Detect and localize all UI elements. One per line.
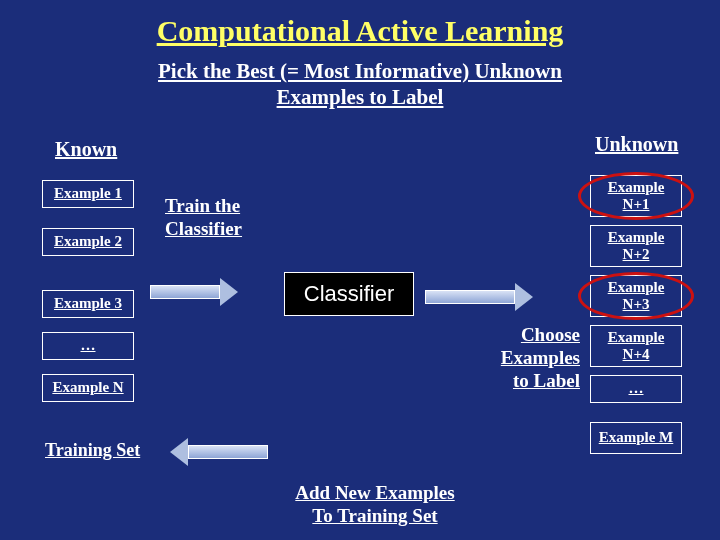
subtitle-line1: Pick the Best (= Most Informative) Unkno…	[158, 59, 562, 83]
unknown-example-n2: ExampleN+2	[590, 225, 682, 267]
known-example-3: Example 3	[42, 290, 134, 318]
known-dots: …	[42, 332, 134, 360]
train-line1: Train the	[165, 195, 240, 216]
add-examples-label: Add New Examples To Training Set	[275, 482, 475, 528]
add-line2: To Training Set	[312, 505, 437, 526]
classifier-box: Classifier	[284, 272, 414, 316]
arrow-choose	[425, 283, 533, 311]
subtitle-line2: Examples to Label	[277, 85, 444, 109]
arrow-train	[150, 278, 238, 306]
unknown-example-n1: ExampleN+1	[590, 175, 682, 217]
known-heading: Known	[55, 138, 117, 161]
unknown-heading: Unknown	[595, 133, 678, 156]
choose-line1: Choose	[521, 324, 580, 345]
unknown-n3-a: Example	[608, 279, 665, 295]
train-classifier-label: Train the Classifier	[165, 195, 242, 241]
known-example-2: Example 2	[42, 228, 134, 256]
choose-label: Choose Examples to Label	[480, 324, 580, 392]
unknown-n4-a: Example	[608, 329, 665, 345]
choose-line2: Examples	[501, 347, 580, 368]
slide-title: Computational Active Learning	[0, 0, 720, 48]
known-example-n: Example N	[42, 374, 134, 402]
unknown-n1-b: N+1	[623, 196, 650, 212]
known-example-1: Example 1	[42, 180, 134, 208]
unknown-n1-a: Example	[608, 179, 665, 195]
unknown-n2-a: Example	[608, 229, 665, 245]
train-line2: Classifier	[165, 218, 242, 239]
unknown-dots: …	[590, 375, 682, 403]
training-set-label: Training Set	[45, 440, 140, 461]
unknown-example-m: Example M	[590, 422, 682, 454]
choose-line3: to Label	[513, 370, 580, 391]
unknown-example-n3: ExampleN+3	[590, 275, 682, 317]
unknown-example-n4: ExampleN+4	[590, 325, 682, 367]
arrow-add	[170, 438, 268, 466]
unknown-n2-b: N+2	[623, 246, 650, 262]
slide-subtitle: Pick the Best (= Most Informative) Unkno…	[0, 58, 720, 111]
unknown-n3-b: N+3	[623, 296, 650, 312]
add-line1: Add New Examples	[295, 482, 454, 503]
unknown-n4-b: N+4	[623, 346, 650, 362]
